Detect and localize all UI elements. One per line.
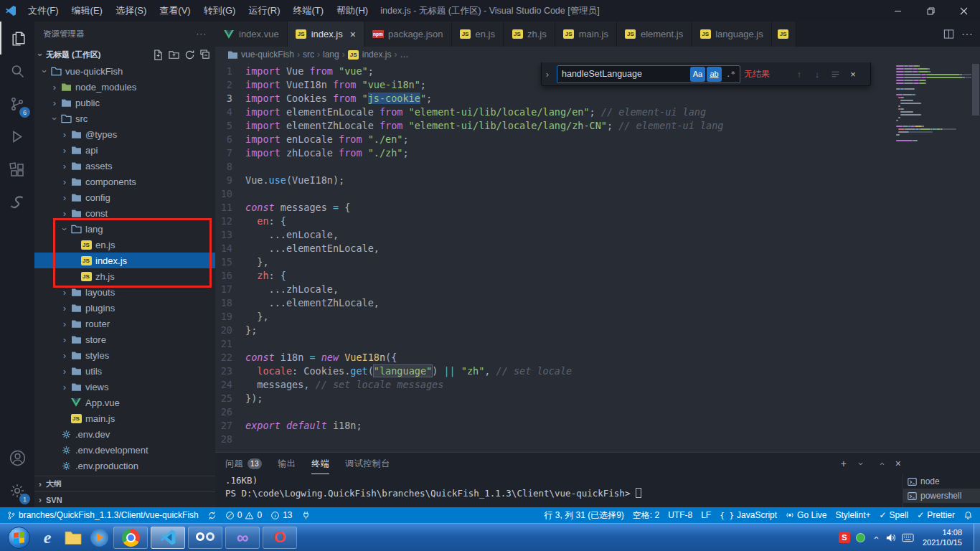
tree-item-public[interactable]: ›public <box>34 95 215 110</box>
tree-item-.env.production[interactable]: ›.env.production <box>34 458 215 474</box>
source-control-icon[interactable]: 6 <box>0 88 34 121</box>
prettier-indicator[interactable]: ✓Prettier <box>913 507 959 523</box>
code-line[interactable]: 28 <box>215 433 891 446</box>
stylelint-indicator[interactable]: Stylelint+ <box>831 507 875 523</box>
breadcrumb-item[interactable]: … <box>400 50 408 60</box>
tree-item-en.js[interactable]: ›JSen.js <box>34 237 215 253</box>
tree-item-node_modules[interactable]: ›node_modules <box>34 79 215 95</box>
ie-icon[interactable]: e <box>34 524 60 550</box>
code-line[interactable]: 9Vue.use(VueI18n); <box>215 174 891 187</box>
code-line[interactable]: 3import Cookies from "js-cookie"; <box>215 92 891 105</box>
media-player-icon[interactable] <box>86 524 112 550</box>
terminal-output[interactable]: .16KB)PS D:\code\Logwing.QuickFish\branc… <box>215 474 903 507</box>
tree-item-index.js[interactable]: ›JSindex.js <box>34 253 215 268</box>
code-line[interactable]: 25}); <box>215 392 891 405</box>
code-editor[interactable]: 1import Vue from "vue";2import VueI18n f… <box>215 62 980 452</box>
ime-keyboard-icon[interactable] <box>902 533 914 542</box>
close-button[interactable] <box>947 0 980 22</box>
volume-icon[interactable] <box>885 532 896 543</box>
breadcrumb-item[interactable]: JSindex.js <box>348 50 392 60</box>
rings-app-taskbar-button[interactable] <box>188 527 222 549</box>
code-line[interactable]: 16 zh: { <box>215 269 891 283</box>
toggle-replace-icon[interactable]: › <box>542 62 553 85</box>
run-debug-icon[interactable] <box>0 121 34 154</box>
menu-item[interactable]: 帮助(H) <box>330 0 374 22</box>
settings-gear-icon[interactable]: 1 <box>0 474 34 507</box>
tree-item-components[interactable]: ›components <box>34 174 215 189</box>
menu-item[interactable]: 运行(R) <box>242 0 286 22</box>
svn-section[interactable]: › SVN <box>34 491 215 507</box>
code-line[interactable]: 7import zhLocale from "./zh"; <box>215 146 891 160</box>
new-terminal-icon[interactable]: + <box>841 458 847 469</box>
code-line[interactable]: 23 locale: Cookies.get("language") || "z… <box>215 364 891 378</box>
sogou-tray-icon[interactable]: S <box>839 532 850 543</box>
code-line[interactable]: 6import enLocale from "./en"; <box>215 133 891 146</box>
tree-item-lang[interactable]: ›lang <box>34 221 215 237</box>
terminal-powershell[interactable]: powershell <box>903 489 980 503</box>
sync-button[interactable] <box>203 507 221 523</box>
code-line[interactable]: 8 <box>215 160 891 174</box>
tree-item-assets[interactable]: ›assets <box>34 158 215 174</box>
code-line[interactable]: 5import elementZhLocale from "element-ui… <box>215 119 891 133</box>
code-line[interactable]: 10 <box>215 187 891 201</box>
extensions-icon[interactable] <box>0 154 34 187</box>
opera-taskbar-button[interactable]: O <box>263 527 297 549</box>
workspace-section-header[interactable]: › 无标题 (工作区) <box>34 46 215 63</box>
tree-item-api[interactable]: ›api <box>34 142 215 158</box>
tab-language.js[interactable]: JSlanguage.js <box>692 22 772 47</box>
match-case-toggle[interactable]: Aa <box>690 67 705 82</box>
go-live-button[interactable]: Go Live <box>781 507 831 523</box>
tab-main.js[interactable]: JSmain.js <box>555 22 617 47</box>
tree-item-router[interactable]: ›router <box>34 316 215 331</box>
close-panel-icon[interactable]: × <box>895 458 901 469</box>
search-icon[interactable] <box>0 55 34 88</box>
tree-item-@types[interactable]: ›@types <box>34 126 215 142</box>
green-status-tray-icon[interactable] <box>856 533 865 542</box>
breadcrumb-item[interactable]: lang <box>323 50 339 60</box>
account-icon[interactable] <box>0 441 34 474</box>
panel-tab-终端[interactable]: 终端 <box>311 453 329 474</box>
eol-indicator[interactable]: LF <box>697 507 715 523</box>
tab-index.vue[interactable]: index.vue <box>215 22 288 47</box>
notifications-bell-icon[interactable] <box>959 507 977 523</box>
problems-indicator[interactable]: 0 0 <box>221 507 266 523</box>
tree-item-const[interactable]: ›const <box>34 205 215 221</box>
tree-item-config[interactable]: ›config <box>34 189 215 205</box>
tree-item-src[interactable]: ›src <box>34 110 215 126</box>
indentation-indicator[interactable]: 空格: 2 <box>628 507 664 523</box>
code-line[interactable]: 14 ...elementEnLocale, <box>215 242 891 255</box>
code-line[interactable]: 13 ...enLocale, <box>215 228 891 242</box>
regex-toggle[interactable]: .* <box>723 67 738 82</box>
code-line[interactable]: 20}; <box>215 324 891 337</box>
new-file-icon[interactable] <box>153 50 164 60</box>
code-line[interactable]: 21 <box>215 337 891 351</box>
visual-studio-taskbar-button[interactable]: ∞ <box>225 527 260 549</box>
hidden-icons-chevron[interactable]: › <box>870 533 880 542</box>
explorer-icon[interactable] <box>0 22 34 55</box>
minimap[interactable] <box>894 62 971 452</box>
panel-tab-输出[interactable]: 输出 <box>278 453 296 474</box>
tree-item-plugins[interactable]: ›plugins <box>34 300 215 316</box>
plug-icon[interactable] <box>297 507 315 523</box>
editor-scrollbar[interactable] <box>971 62 980 452</box>
tab-partial[interactable]: JS <box>772 22 796 47</box>
terminal-dropdown-icon[interactable]: › <box>855 458 866 469</box>
restore-button[interactable] <box>914 0 947 22</box>
panel-tab-问题[interactable]: 问题13 <box>225 453 262 474</box>
menu-item[interactable]: 转到(G) <box>197 0 242 22</box>
code-line[interactable]: 22const i18n = new VueI18n({ <box>215 351 891 364</box>
find-in-selection-icon[interactable] <box>828 67 842 81</box>
terminal-node[interactable]: node <box>903 474 980 489</box>
code-line[interactable]: 26 <box>215 405 891 419</box>
code-line[interactable]: 19 }, <box>215 310 891 324</box>
code-line[interactable]: 17 ...zhLocale, <box>215 283 891 296</box>
tab-index.js[interactable]: JSindex.js× <box>288 22 364 47</box>
menu-item[interactable]: 选择(S) <box>109 0 153 22</box>
code-line[interactable]: 15 }, <box>215 255 891 269</box>
menu-item[interactable]: 文件(F) <box>22 0 65 22</box>
tree-item-styles[interactable]: ›styles <box>34 347 215 363</box>
tree-item-.env.dev[interactable]: ›.env.dev <box>34 426 215 442</box>
panel-tab-调试控制台[interactable]: 调试控制台 <box>345 453 390 474</box>
tree-item-.env.development[interactable]: ›.env.development <box>34 442 215 458</box>
tree-item-vue-quickFish[interactable]: ›vue-quickFish <box>34 63 215 79</box>
